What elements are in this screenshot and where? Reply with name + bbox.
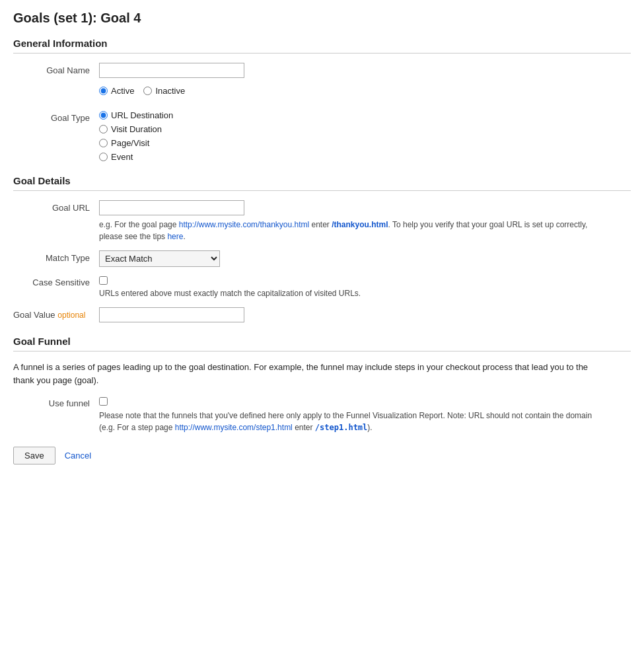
visit-duration-label: Visit Duration [111, 124, 162, 134]
help-prefix: e.g. For the goal page [99, 220, 179, 229]
case-sensitive-label: Case Sensitive [13, 275, 99, 287]
help-middle: enter [309, 220, 332, 229]
goal-name-content [99, 63, 631, 78]
goal-value-label-container: Goal Value optional [13, 307, 99, 320]
cancel-link[interactable]: Cancel [65, 451, 91, 461]
goal-name-input[interactable] [99, 63, 244, 78]
url-destination-label: URL Destination [111, 110, 173, 120]
goal-url-label: Goal URL [13, 200, 99, 213]
case-sensitive-help: URLs entered above must exactly match th… [99, 287, 601, 299]
goal-funnel-section: Goal Funnel A funnel is a series of page… [13, 336, 631, 433]
active-radio[interactable] [99, 87, 108, 95]
goal-value-content [99, 307, 631, 322]
goal-type-group: URL Destination Visit Duration Page/Visi… [99, 110, 631, 162]
active-label: Active [111, 86, 134, 96]
match-type-label: Match Type [13, 250, 99, 263]
general-information-section: General Information Goal Name Active Ina… [13, 38, 631, 162]
case-sensitive-checkbox-row [99, 275, 631, 285]
match-type-row: Match Type Exact Match Head Match Regula… [13, 250, 631, 267]
use-funnel-row: Use funnel Please note that the funnels … [13, 396, 631, 433]
goal-funnel-heading: Goal Funnel [13, 336, 631, 347]
active-inactive-group: Active Inactive [99, 86, 631, 96]
inactive-radio-label[interactable]: Inactive [143, 86, 185, 96]
goal-url-input[interactable] [99, 200, 244, 215]
use-funnel-checkbox[interactable] [99, 397, 108, 406]
case-sensitive-checkbox[interactable] [99, 276, 108, 285]
goal-value-label: Goal Value [13, 310, 55, 320]
active-radio-label[interactable]: Active [99, 86, 134, 96]
help-here-link[interactable]: here [167, 232, 183, 241]
goal-details-divider [13, 190, 631, 191]
goal-funnel-divider [13, 351, 631, 352]
funnel-help-middle: enter [293, 423, 315, 432]
use-funnel-checkbox-row [99, 396, 631, 406]
page-visit-label: Page/Visit [111, 138, 149, 148]
save-button[interactable]: Save [13, 447, 55, 464]
event-radio-label[interactable]: Event [99, 152, 631, 162]
goal-value-input[interactable] [99, 307, 244, 322]
goal-type-row: Goal Type URL Destination Visit Duration… [13, 110, 631, 162]
section-divider [13, 53, 631, 54]
general-info-heading: General Information [13, 38, 631, 49]
inactive-radio[interactable] [143, 87, 152, 95]
inactive-label: Inactive [155, 86, 185, 96]
goal-value-optional: optional [57, 311, 85, 320]
action-buttons: Save Cancel [13, 447, 631, 464]
funnel-help-code: /step1.html [315, 423, 367, 432]
page-visit-radio[interactable] [99, 139, 108, 147]
goal-url-help: e.g. For the goal page http://www.mysite… [99, 219, 601, 242]
active-inactive-spacer [13, 86, 99, 89]
goal-name-row: Goal Name [13, 63, 631, 78]
event-radio[interactable] [99, 153, 108, 161]
use-funnel-label: Use funnel [13, 396, 99, 408]
goal-details-section: Goal Details Goal URL e.g. For the goal … [13, 175, 631, 322]
goal-type-content: URL Destination Visit Duration Page/Visi… [99, 110, 631, 162]
funnel-help: Please note that the funnels that you've… [99, 410, 601, 433]
page-title: Goals (set 1): Goal 4 [13, 11, 631, 26]
help-link1[interactable]: http://www.mysite.com/thankyou.html [179, 220, 309, 229]
match-type-select[interactable]: Exact Match Head Match Regular Expressio… [99, 250, 220, 267]
url-destination-radio[interactable] [99, 111, 108, 120]
funnel-help-end: ). [367, 423, 372, 432]
goal-details-heading: Goal Details [13, 175, 631, 186]
goal-name-label: Goal Name [13, 63, 99, 75]
goal-value-row: Goal Value optional [13, 307, 631, 322]
active-inactive-content: Active Inactive [99, 86, 631, 102]
funnel-help-link[interactable]: http://www.mysite.com/step1.html [175, 423, 293, 432]
page-visit-radio-label[interactable]: Page/Visit [99, 138, 631, 148]
match-type-content: Exact Match Head Match Regular Expressio… [99, 250, 631, 267]
goal-type-label: Goal Type [13, 110, 99, 123]
active-inactive-row: Active Inactive [13, 86, 631, 102]
url-destination-radio-label[interactable]: URL Destination [99, 110, 631, 120]
use-funnel-content: Please note that the funnels that you've… [99, 396, 631, 433]
visit-duration-radio[interactable] [99, 125, 108, 133]
funnel-description: A funnel is a series of pages leading up… [13, 361, 608, 387]
case-sensitive-row: Case Sensitive URLs entered above must e… [13, 275, 631, 299]
case-sensitive-content: URLs entered above must exactly match th… [99, 275, 631, 299]
goal-url-content: e.g. For the goal page http://www.mysite… [99, 200, 631, 242]
event-label: Event [111, 152, 133, 162]
visit-duration-radio-label[interactable]: Visit Duration [99, 124, 631, 134]
goal-url-row: Goal URL e.g. For the goal page http://w… [13, 200, 631, 242]
help-end: . [183, 232, 185, 241]
help-link2[interactable]: /thankyou.html [332, 220, 388, 229]
